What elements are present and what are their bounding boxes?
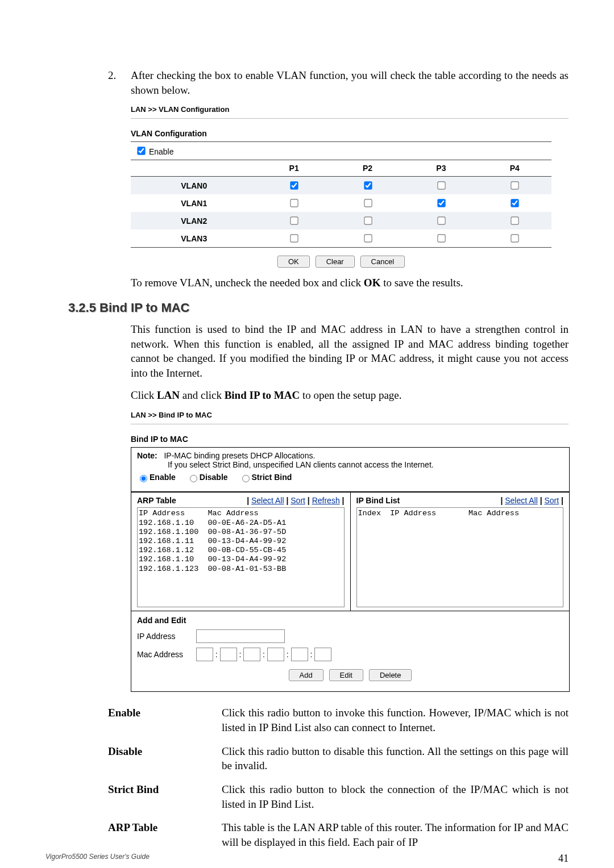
vlan2-p1-checkbox[interactable] <box>291 217 298 225</box>
vlan-config-title: VLAN Configuration <box>131 129 569 138</box>
mac-input-6[interactable] <box>314 648 331 661</box>
vlan2-p3-checkbox[interactable] <box>437 217 445 225</box>
step-number: 2. <box>108 68 131 97</box>
mac-input-2[interactable] <box>220 648 237 661</box>
bind-click-paragraph: Click LAN and click Bind IP to MAC to op… <box>131 388 569 403</box>
vlan-table: Enable P1 P2 P3 P4 VLAN0 VLAN1 <box>131 141 551 248</box>
col-p4: P4 <box>478 160 551 177</box>
ip-bind-listbox[interactable]: Index IP Address Mac Address <box>356 507 564 607</box>
radio-enable[interactable]: Enable <box>137 473 176 482</box>
arp-refresh-link[interactable]: Refresh <box>312 496 340 505</box>
vlan3-p1-checkbox[interactable] <box>291 235 298 243</box>
vlan1-p1-checkbox[interactable] <box>291 199 298 207</box>
col-p1: P1 <box>257 160 330 177</box>
arp-select-all-link[interactable]: Select All <box>251 496 284 505</box>
row-vlan1: VLAN1 <box>131 194 257 212</box>
def-strict-term: Strict Bind <box>108 782 222 811</box>
mac-input-4[interactable] <box>267 648 284 661</box>
mac-input-3[interactable] <box>243 648 260 661</box>
step-2-paragraph: 2. After checking the box to enable VLAN… <box>108 68 569 97</box>
vlan2-p2-checkbox[interactable] <box>364 217 372 225</box>
radio-disable[interactable]: Disable <box>187 473 228 482</box>
ip-address-input[interactable] <box>196 629 285 643</box>
arp-sort-link[interactable]: Sort <box>291 496 305 505</box>
note-row: Note: IP-MAC binding presets DHCP Alloca… <box>131 448 569 492</box>
section-heading: 3.2.5 Bind IP to MAC <box>68 301 569 315</box>
footer-page-number: 41 <box>558 853 569 865</box>
vlan1-p4-checkbox[interactable] <box>511 199 519 207</box>
bind-ip-title: Bind IP to MAC <box>131 435 569 444</box>
cancel-button[interactable]: Cancel <box>360 256 405 268</box>
def-arp-desc: This table is the LAN ARP table of this … <box>222 820 569 849</box>
vlan-config-screenshot: LAN >> VLAN Configuration VLAN Configura… <box>131 105 569 268</box>
vlan3-p3-checkbox[interactable] <box>437 235 445 243</box>
definition-list: EnableClick this radio button to invoke … <box>108 706 569 849</box>
vlan-remove-text: To remove VLAN, uncheck the needed box a… <box>131 277 463 289</box>
add-edit-heading: Add and Edit <box>137 616 563 625</box>
bind-ip-screenshot: LAN >> Bind IP to MAC Bind IP to MAC Not… <box>131 411 569 692</box>
vlan0-p2-checkbox[interactable] <box>364 182 372 190</box>
bind-select-all-link[interactable]: Select All <box>505 496 538 505</box>
breadcrumb-bind: LAN >> Bind IP to MAC <box>131 411 569 419</box>
arp-table-title: ARP Table <box>137 496 176 505</box>
vlan2-p4-checkbox[interactable] <box>511 217 519 225</box>
row-vlan3: VLAN3 <box>131 229 257 248</box>
breadcrumb-vlan: LAN >> VLAN Configuration <box>131 105 569 114</box>
page-footer: VigorPro5500 Series User's Guide 41 <box>45 853 569 865</box>
vlan-enable-checkbox[interactable]: Enable <box>135 147 173 156</box>
def-strict-desc: Click this radio button to block the con… <box>222 782 569 811</box>
mac-input-1[interactable] <box>196 648 213 661</box>
def-disable-desc: Click this radio button to disable this … <box>222 744 569 773</box>
delete-button[interactable]: Delete <box>369 669 412 681</box>
row-vlan0: VLAN0 <box>131 177 257 195</box>
vlan0-p1-checkbox[interactable] <box>291 182 298 190</box>
def-enable-term: Enable <box>108 706 222 735</box>
footer-guide: VigorPro5500 Series User's Guide <box>45 853 150 865</box>
add-button[interactable]: Add <box>289 669 323 681</box>
edit-button[interactable]: Edit <box>329 669 363 681</box>
step-text: After checking the box to enable VLAN fu… <box>131 68 569 97</box>
vlan1-p2-checkbox[interactable] <box>364 199 372 207</box>
ok-button[interactable]: OK <box>277 256 310 268</box>
col-p3: P3 <box>404 160 478 177</box>
vlan3-p4-checkbox[interactable] <box>511 235 519 243</box>
mac-address-label: Mac Address <box>137 650 194 659</box>
vlan0-p4-checkbox[interactable] <box>511 182 519 190</box>
ip-address-label: IP Address <box>137 632 194 641</box>
bind-intro-paragraph: This function is used to bind the IP and… <box>131 322 569 381</box>
def-enable-desc: Click this radio button to invoke this f… <box>222 706 569 735</box>
col-p2: P2 <box>331 160 404 177</box>
row-vlan2: VLAN2 <box>131 212 257 229</box>
vlan3-p2-checkbox[interactable] <box>364 235 372 243</box>
bind-sort-link[interactable]: Sort <box>545 496 559 505</box>
clear-button[interactable]: Clear <box>316 256 355 268</box>
radio-strict-bind[interactable]: Strict Bind <box>239 473 292 482</box>
vlan0-p3-checkbox[interactable] <box>437 182 445 190</box>
def-disable-term: Disable <box>108 744 222 773</box>
vlan1-p3-checkbox[interactable] <box>437 199 445 207</box>
mac-input-5[interactable] <box>291 648 308 661</box>
def-arp-term: ARP Table <box>108 820 222 849</box>
arp-table-listbox[interactable]: IP Address Mac Address 192.168.1.10 00-0… <box>137 507 345 607</box>
ip-bind-list-title: IP Bind List <box>356 496 400 505</box>
